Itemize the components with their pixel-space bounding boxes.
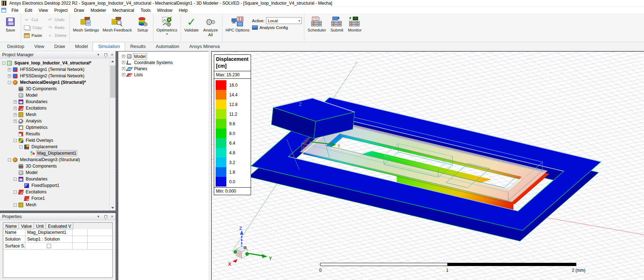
expand-toggle[interactable]: + <box>8 74 11 78</box>
menu-item[interactable]: Help <box>176 7 191 14</box>
project-tree-item[interactable]: + Mesh <box>0 111 109 118</box>
modeler-viewport-canvas[interactable]: Displacement [cm] Max: 15.230 16.0 14.4 <box>211 51 644 280</box>
ribbon-tab[interactable]: Automation <box>151 42 184 51</box>
validate-button[interactable]: ✓ Validate <box>183 15 200 33</box>
expand-toggle[interactable]: - <box>14 178 17 181</box>
mesh-feedback-button[interactable]: Mesh Feedback <box>102 15 133 33</box>
project-tree-item[interactable]: - Displacement <box>0 144 109 150</box>
edit-button[interactable]: × Delete <box>46 32 67 39</box>
expand-toggle[interactable]: - <box>8 81 11 84</box>
menu-item[interactable]: File <box>8 7 21 14</box>
ribbon-tab[interactable]: Ansys Minerva <box>184 42 225 51</box>
ribbon-tab[interactable]: Draw <box>49 42 70 51</box>
setup-button[interactable]: Setup <box>134 15 151 33</box>
project-tree-item[interactable]: Model <box>0 92 109 98</box>
expand-toggle[interactable]: + <box>122 73 125 76</box>
project-tree-item[interactable]: Optimetrics <box>0 124 109 131</box>
project-tree-item[interactable]: Force1 <box>0 195 109 202</box>
properties-column-header[interactable]: Value <box>19 223 34 229</box>
expand-toggle[interactable]: + <box>122 55 125 58</box>
close-icon[interactable]: × <box>111 52 113 57</box>
project-tree-item[interactable]: + Boundaries <box>0 98 109 105</box>
mesh-settings-button[interactable]: Mesh Settings <box>72 15 100 33</box>
properties-column-header[interactable]: Evaluated V <box>46 223 73 229</box>
project-tree-item[interactable]: - MechanicalDesign1 (Structural)* <box>0 79 109 86</box>
project-tree-item[interactable]: - Field Overlays <box>0 137 109 144</box>
project-tree-item[interactable]: + HFSSDesign1 (Terminal Network) <box>0 66 109 73</box>
project-tree-scrollbar[interactable] <box>109 58 115 211</box>
expand-toggle[interactable]: + <box>14 107 17 110</box>
ribbon-tab[interactable]: Model <box>70 42 93 51</box>
modeler-tree-item[interactable]: + Lists <box>120 72 208 78</box>
menu-item[interactable]: Edit <box>21 7 35 14</box>
expand-toggle[interactable]: - <box>14 203 17 207</box>
project-tree-item[interactable]: + Excitations <box>0 105 109 111</box>
checkbox[interactable] <box>47 244 51 248</box>
expand-toggle[interactable]: + <box>14 100 17 103</box>
modeler-tree-item[interactable]: + Coordinate Systems <box>120 59 208 66</box>
modeler-tree-item[interactable]: + Model <box>120 53 208 59</box>
menu-item[interactable]: Tools <box>137 7 154 14</box>
pin-icon[interactable] <box>104 53 107 56</box>
scheduler-button[interactable]: Scheduler <box>306 15 327 33</box>
project-tree-item[interactable]: Mag_Displacement1 <box>0 150 109 156</box>
expand-toggle[interactable]: + <box>122 67 125 70</box>
edit-button[interactable]: ↷ Redo <box>46 24 67 32</box>
expand-toggle[interactable]: + <box>122 61 125 64</box>
active-design-select[interactable]: Local▾ <box>266 17 302 24</box>
project-tree-item[interactable]: - Square_loop_Inductor_V4_structural* <box>0 60 109 66</box>
edit-button[interactable]: ✂ Cut <box>23 16 43 24</box>
property-value[interactable] <box>25 243 73 249</box>
submit-button[interactable]: Submit <box>329 15 345 33</box>
optimetrics-button[interactable]: Optimetrics ▾ <box>156 15 178 36</box>
horizontal-splitter[interactable] <box>0 211 115 213</box>
close-icon[interactable]: × <box>111 214 113 219</box>
edit-button[interactable]: Paste <box>23 32 43 39</box>
project-tree-item[interactable]: + Analysis <box>0 118 109 124</box>
panel-menu-icon[interactable]: ▼ <box>96 215 101 218</box>
modeler-tree-item[interactable]: + Planes <box>120 66 208 72</box>
menu-item[interactable]: Modeler <box>87 7 109 14</box>
ribbon-tab[interactable]: Results <box>125 42 151 51</box>
ribbon-tab[interactable]: Simulation <box>93 42 125 51</box>
scroll-up-arrow[interactable] <box>110 58 115 64</box>
analyze-all-button[interactable]: ⚙︎⚙︎ Analyze All <box>201 15 220 38</box>
properties-column-header[interactable]: Name <box>3 223 19 229</box>
expand-toggle[interactable]: - <box>14 139 17 142</box>
menu-item[interactable]: Project <box>51 7 71 14</box>
menu-item[interactable]: Window <box>154 7 176 14</box>
project-tree-item[interactable]: 3D Components <box>0 86 109 92</box>
scrollbar-thumb[interactable] <box>110 66 115 98</box>
optimetrics-dropdown-caret[interactable]: ▾ <box>166 33 168 35</box>
expand-toggle[interactable]: - <box>8 158 11 161</box>
project-tree-item[interactable]: - Boundaries <box>0 176 109 182</box>
menu-item[interactable]: View <box>35 7 51 14</box>
edit-button[interactable]: ↶ Undo <box>46 16 67 24</box>
properties-column-header[interactable]: Unit <box>34 223 46 229</box>
analysis-config-button[interactable]: Analysis Config <box>252 25 302 30</box>
project-tree-item[interactable]: Model <box>0 169 109 176</box>
project-tree-item[interactable]: - MechanicalDesign3 (Structural) <box>0 156 109 163</box>
panel-menu-icon[interactable]: ▼ <box>96 53 101 57</box>
menu-item[interactable]: Mechanical <box>109 7 138 14</box>
save-button[interactable]: Save <box>2 15 19 33</box>
hpc-options-button[interactable]: HPC Options <box>225 15 251 33</box>
vertical-splitter[interactable] <box>115 51 118 280</box>
ribbon-tab[interactable]: View <box>29 42 49 51</box>
project-tree-item[interactable]: 3D Components <box>0 163 109 169</box>
expand-toggle[interactable]: - <box>19 145 23 149</box>
edit-button[interactable]: Copy <box>23 24 43 32</box>
pin-icon[interactable] <box>104 215 107 218</box>
project-tree-item[interactable]: - Mesh <box>0 202 109 208</box>
ribbon-tab[interactable]: Desktop <box>2 42 29 51</box>
project-tree-item[interactable]: - Excitations <box>0 189 109 195</box>
project-tree-item[interactable]: Results <box>0 131 109 137</box>
expand-toggle[interactable]: + <box>14 113 17 116</box>
project-tree-item[interactable]: + HFSSDesign2 (Terminal Network) <box>0 73 109 79</box>
expand-toggle[interactable]: - <box>14 190 17 194</box>
menu-item[interactable]: Draw <box>71 7 87 14</box>
property-value[interactable]: Setup1 : Solution <box>25 236 73 242</box>
project-tree-item[interactable]: FixedSupport1 <box>0 182 109 189</box>
property-value[interactable]: Mag_Displacement1 <box>25 229 73 236</box>
scroll-down-arrow[interactable] <box>111 207 114 209</box>
